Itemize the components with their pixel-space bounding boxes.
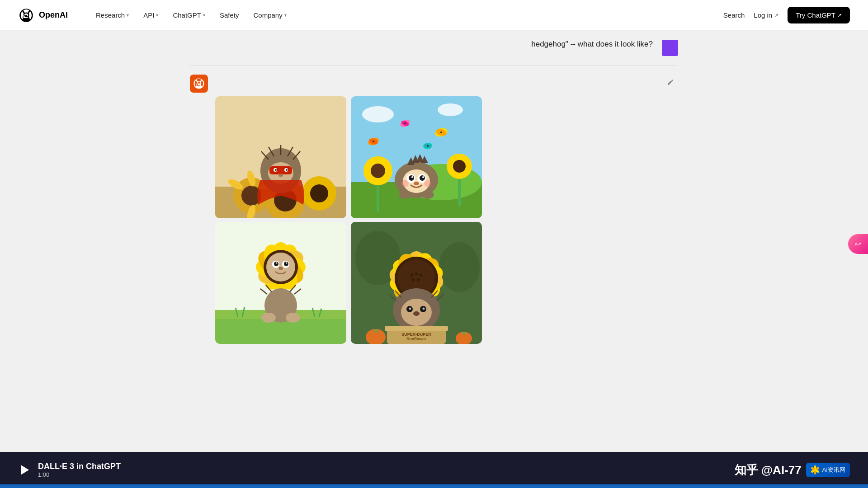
svg-rect-132 — [463, 332, 465, 335]
svg-rect-130 — [375, 329, 377, 333]
chatgpt-chevron-icon: ▾ — [203, 13, 205, 18]
play-button[interactable] — [18, 463, 32, 477]
image-1-svg — [215, 96, 346, 218]
nav-api[interactable]: API ▾ — [137, 8, 165, 23]
generated-image-3[interactable] — [215, 222, 346, 344]
svg-point-119 — [423, 308, 425, 310]
svg-point-30 — [438, 103, 463, 116]
svg-point-84 — [286, 263, 288, 264]
video-info: DALL·E 3 in ChatGPT 1:00 — [38, 462, 121, 478]
svg-point-7 — [310, 184, 328, 202]
api-chevron-icon: ▾ — [156, 13, 158, 18]
zhihu-label: 知乎 @AI-77 — [735, 462, 802, 478]
company-chevron-icon: ▾ — [284, 13, 287, 18]
generated-image-2[interactable] — [351, 96, 482, 218]
generated-image-4[interactable]: SUPER-DUPER Sunflower — [351, 222, 482, 344]
svg-point-118 — [409, 308, 411, 310]
svg-point-52 — [401, 180, 409, 187]
edit-button[interactable] — [664, 75, 678, 89]
generated-image-1[interactable] — [215, 96, 346, 218]
logo[interactable]: OpenAI — [18, 7, 68, 23]
user-message-text: hedgehog" -- what does it look like? — [531, 40, 653, 56]
nav-right-actions: Search Log in ↗ Try ChatGPT ↗ — [723, 7, 850, 23]
video-duration: 1:00 — [38, 471, 121, 478]
svg-point-25 — [275, 169, 277, 171]
svg-point-50 — [422, 176, 424, 178]
chat-container: hedgehog" -- what does it look like? — [0, 31, 868, 356]
image-4-svg: SUPER-DUPER Sunflower — [351, 222, 482, 344]
svg-point-137 — [814, 471, 816, 474]
divider — [190, 65, 678, 66]
svg-point-113 — [417, 278, 420, 281]
svg-point-49 — [411, 176, 413, 178]
play-triangle-icon — [21, 465, 29, 475]
nav-safety[interactable]: Safety — [213, 8, 245, 23]
bottom-branding: 知乎 @AI-77 AI资讯网 — [735, 462, 850, 478]
svg-point-27 — [278, 174, 283, 177]
nav-links: Research ▾ API ▾ ChatGPT ▾ Safety Compan… — [90, 8, 723, 23]
navigation: OpenAI Research ▾ API ▾ ChatGPT ▾ Safety… — [0, 0, 868, 31]
right-float-text: A↗ — [855, 242, 862, 246]
svg-text:Sunflower: Sunflower — [406, 337, 426, 341]
svg-rect-37 — [377, 185, 379, 212]
svg-rect-38 — [458, 179, 461, 206]
user-avatar — [662, 40, 678, 56]
svg-point-53 — [424, 180, 431, 187]
search-button[interactable]: Search — [723, 11, 745, 19]
image-3-svg — [215, 222, 346, 344]
login-button[interactable]: Log in ↗ — [754, 11, 778, 19]
svg-point-92 — [286, 313, 300, 323]
svg-point-65 — [427, 145, 429, 147]
video-title: DALL·E 3 in ChatGPT — [38, 462, 121, 471]
svg-point-34 — [371, 164, 385, 178]
video-bar: DALL·E 3 in ChatGPT 1:00 知乎 @AI-77 AI资讯网 — [0, 452, 868, 488]
svg-point-29 — [362, 106, 394, 122]
svg-point-26 — [286, 169, 288, 171]
svg-point-56 — [373, 141, 374, 142]
ai-response-content: SUPER-DUPER Sunflower — [215, 75, 678, 351]
openai-logo-icon — [18, 7, 34, 23]
image-2-svg — [351, 96, 482, 218]
svg-text:SUPER-DUPER: SUPER-DUPER — [401, 332, 431, 337]
svg-point-66 — [399, 191, 411, 199]
svg-point-111 — [420, 274, 422, 277]
svg-point-91 — [261, 313, 276, 323]
watermark-flower-icon — [811, 465, 820, 474]
watermark-text: AI资讯网 — [822, 466, 845, 474]
svg-point-59 — [440, 131, 442, 133]
logo-text: OpenAI — [39, 10, 68, 20]
user-message-row: hedgehog" -- what does it look like? — [190, 31, 678, 61]
svg-point-47 — [409, 175, 414, 181]
svg-point-120 — [413, 311, 420, 316]
svg-point-85 — [278, 267, 283, 270]
svg-point-82 — [284, 262, 288, 266]
image-grid: SUPER-DUPER Sunflower — [215, 96, 483, 344]
right-float-widget[interactable]: A↗ — [848, 234, 868, 254]
svg-rect-126 — [385, 326, 448, 331]
blue-accent-bar — [0, 484, 868, 488]
svg-point-110 — [415, 272, 418, 275]
login-arrow-icon: ↗ — [774, 12, 778, 19]
svg-point-134 — [814, 465, 816, 469]
svg-point-109 — [410, 274, 413, 277]
svg-point-62 — [404, 122, 406, 124]
ai-response-row: SUPER-DUPER Sunflower — [190, 70, 678, 356]
cta-arrow-icon: ↗ — [837, 12, 842, 19]
svg-point-48 — [420, 175, 425, 181]
watermark-badge: AI资讯网 — [806, 463, 850, 477]
research-chevron-icon: ▾ — [127, 13, 129, 18]
page-content: hedgehog" -- what does it look like? — [0, 31, 868, 488]
svg-point-67 — [421, 191, 434, 199]
try-chatgpt-button[interactable]: Try ChatGPT ↗ — [788, 7, 850, 23]
ai-avatar — [190, 75, 208, 93]
nav-research[interactable]: Research ▾ — [90, 8, 135, 23]
svg-point-81 — [274, 262, 278, 266]
svg-point-83 — [276, 263, 278, 264]
nav-company[interactable]: Company ▾ — [247, 8, 292, 23]
nav-chatgpt[interactable]: ChatGPT ▾ — [166, 8, 212, 23]
chatgpt-icon — [193, 77, 205, 90]
svg-point-36 — [453, 160, 466, 173]
svg-point-51 — [414, 182, 419, 185]
svg-point-112 — [412, 278, 415, 281]
edit-icon — [667, 78, 675, 86]
